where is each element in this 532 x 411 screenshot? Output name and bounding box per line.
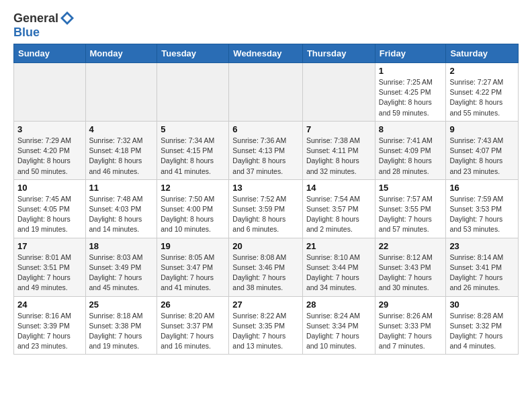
day-number: 15: [379, 183, 443, 193]
day-info: Sunrise: 7:38 AM Sunset: 4:11 PM Dayligh…: [306, 136, 371, 177]
day-info: Sunrise: 8:24 AM Sunset: 3:34 PM Dayligh…: [306, 311, 371, 352]
calendar-cell: 21Sunrise: 8:10 AM Sunset: 3:44 PM Dayli…: [302, 238, 375, 296]
day-number: 9: [449, 124, 515, 134]
calendar-cell: 10Sunrise: 7:45 AM Sunset: 4:05 PM Dayli…: [14, 179, 86, 238]
weekday-header: Sunday: [14, 44, 86, 63]
day-info: Sunrise: 7:45 AM Sunset: 4:05 PM Dayligh…: [17, 194, 82, 235]
calendar-cell: 1Sunrise: 7:25 AM Sunset: 4:25 PM Daylig…: [375, 63, 446, 122]
calendar-cell: 20Sunrise: 8:08 AM Sunset: 3:46 PM Dayli…: [229, 238, 303, 296]
day-info: Sunrise: 7:29 AM Sunset: 4:20 PM Dayligh…: [17, 136, 82, 177]
day-number: 11: [89, 183, 154, 193]
day-info: Sunrise: 7:43 AM Sunset: 4:07 PM Dayligh…: [449, 136, 515, 177]
day-info: Sunrise: 7:32 AM Sunset: 4:18 PM Dayligh…: [89, 136, 154, 177]
calendar-cell: 24Sunrise: 8:16 AM Sunset: 3:39 PM Dayli…: [14, 296, 86, 355]
page: General Blue SundayMondayTuesdayWednesda…: [0, 0, 532, 361]
day-info: Sunrise: 7:57 AM Sunset: 3:55 PM Dayligh…: [379, 194, 443, 235]
day-number: 7: [306, 124, 371, 134]
logo-area: General Blue: [13, 11, 75, 40]
day-info: Sunrise: 8:28 AM Sunset: 3:32 PM Dayligh…: [449, 311, 515, 352]
calendar-cell: [229, 63, 303, 122]
calendar-cell: 6Sunrise: 7:36 AM Sunset: 4:13 PM Daylig…: [229, 121, 303, 179]
day-number: 14: [306, 183, 371, 193]
day-number: 19: [161, 241, 225, 251]
calendar-cell: 30Sunrise: 8:28 AM Sunset: 3:32 PM Dayli…: [446, 296, 519, 355]
calendar-week-row: 24Sunrise: 8:16 AM Sunset: 3:39 PM Dayli…: [14, 296, 519, 355]
logo-flag-icon: [60, 11, 75, 26]
calendar-cell: 4Sunrise: 7:32 AM Sunset: 4:18 PM Daylig…: [85, 121, 157, 179]
day-info: Sunrise: 7:52 AM Sunset: 3:59 PM Dayligh…: [232, 194, 299, 235]
calendar-cell: 29Sunrise: 8:26 AM Sunset: 3:33 PM Dayli…: [375, 296, 446, 355]
day-number: 16: [449, 183, 515, 193]
day-number: 10: [17, 183, 82, 193]
calendar-cell: 15Sunrise: 7:57 AM Sunset: 3:55 PM Dayli…: [375, 179, 446, 238]
calendar-cell: 26Sunrise: 8:20 AM Sunset: 3:37 PM Dayli…: [157, 296, 229, 355]
day-number: 13: [232, 183, 299, 193]
weekday-header-row: SundayMondayTuesdayWednesdayThursdayFrid…: [14, 44, 519, 63]
calendar-cell: [302, 63, 375, 122]
logo-blue-text: Blue: [13, 26, 40, 39]
calendar-cell: 27Sunrise: 8:22 AM Sunset: 3:35 PM Dayli…: [229, 296, 303, 355]
calendar-cell: 9Sunrise: 7:43 AM Sunset: 4:07 PM Daylig…: [446, 121, 519, 179]
logo-general-text: General: [13, 11, 58, 26]
day-number: 1: [379, 66, 443, 76]
day-number: 26: [161, 300, 225, 310]
day-number: 18: [89, 241, 154, 251]
day-info: Sunrise: 7:50 AM Sunset: 4:00 PM Dayligh…: [161, 194, 225, 235]
day-info: Sunrise: 8:12 AM Sunset: 3:43 PM Dayligh…: [379, 253, 443, 293]
day-info: Sunrise: 7:48 AM Sunset: 4:03 PM Dayligh…: [89, 194, 154, 235]
day-number: 6: [232, 124, 299, 134]
calendar-cell: 22Sunrise: 8:12 AM Sunset: 3:43 PM Dayli…: [375, 238, 446, 296]
day-number: 23: [449, 241, 515, 251]
calendar-cell: 12Sunrise: 7:50 AM Sunset: 4:00 PM Dayli…: [157, 179, 229, 238]
day-number: 27: [232, 300, 299, 310]
day-number: 25: [89, 300, 154, 310]
day-number: 28: [306, 300, 371, 310]
day-info: Sunrise: 7:41 AM Sunset: 4:09 PM Dayligh…: [379, 136, 443, 177]
calendar-cell: 19Sunrise: 8:05 AM Sunset: 3:47 PM Dayli…: [157, 238, 229, 296]
calendar-cell: 5Sunrise: 7:34 AM Sunset: 4:15 PM Daylig…: [157, 121, 229, 179]
calendar-week-row: 17Sunrise: 8:01 AM Sunset: 3:51 PM Dayli…: [14, 238, 519, 296]
calendar-cell: 17Sunrise: 8:01 AM Sunset: 3:51 PM Dayli…: [14, 238, 86, 296]
day-number: 3: [17, 124, 82, 134]
calendar-cell: [14, 63, 86, 122]
calendar-cell: 23Sunrise: 8:14 AM Sunset: 3:41 PM Dayli…: [446, 238, 519, 296]
day-info: Sunrise: 7:25 AM Sunset: 4:25 PM Dayligh…: [379, 77, 443, 118]
day-info: Sunrise: 8:10 AM Sunset: 3:44 PM Dayligh…: [306, 253, 371, 293]
day-number: 22: [379, 241, 443, 251]
calendar-cell: 7Sunrise: 7:38 AM Sunset: 4:11 PM Daylig…: [302, 121, 375, 179]
day-info: Sunrise: 8:14 AM Sunset: 3:41 PM Dayligh…: [449, 253, 515, 293]
day-number: 2: [449, 66, 515, 76]
day-info: Sunrise: 8:16 AM Sunset: 3:39 PM Dayligh…: [17, 311, 82, 352]
day-number: 21: [306, 241, 371, 251]
logo-block: General Blue: [13, 11, 75, 40]
calendar-cell: 13Sunrise: 7:52 AM Sunset: 3:59 PM Dayli…: [229, 179, 303, 238]
weekday-header: Wednesday: [229, 44, 303, 63]
day-info: Sunrise: 8:26 AM Sunset: 3:33 PM Dayligh…: [379, 311, 443, 352]
day-info: Sunrise: 7:36 AM Sunset: 4:13 PM Dayligh…: [232, 136, 299, 177]
weekday-header: Saturday: [446, 44, 519, 63]
day-info: Sunrise: 8:22 AM Sunset: 3:35 PM Dayligh…: [232, 311, 299, 352]
calendar-cell: 16Sunrise: 7:59 AM Sunset: 3:53 PM Dayli…: [446, 179, 519, 238]
calendar-week-row: 3Sunrise: 7:29 AM Sunset: 4:20 PM Daylig…: [14, 121, 519, 179]
calendar-cell: 3Sunrise: 7:29 AM Sunset: 4:20 PM Daylig…: [14, 121, 86, 179]
day-number: 24: [17, 300, 82, 310]
calendar-cell: 2Sunrise: 7:27 AM Sunset: 4:22 PM Daylig…: [446, 63, 519, 122]
calendar-cell: 8Sunrise: 7:41 AM Sunset: 4:09 PM Daylig…: [375, 121, 446, 179]
day-info: Sunrise: 8:08 AM Sunset: 3:46 PM Dayligh…: [232, 253, 299, 293]
day-info: Sunrise: 8:20 AM Sunset: 3:37 PM Dayligh…: [161, 311, 225, 352]
calendar-table: SundayMondayTuesdayWednesdayThursdayFrid…: [13, 44, 519, 355]
day-info: Sunrise: 8:03 AM Sunset: 3:49 PM Dayligh…: [89, 253, 154, 293]
day-number: 12: [161, 183, 225, 193]
calendar-cell: 25Sunrise: 8:18 AM Sunset: 3:38 PM Dayli…: [85, 296, 157, 355]
day-number: 30: [449, 300, 515, 310]
day-number: 29: [379, 300, 443, 310]
day-number: 17: [17, 241, 82, 251]
day-info: Sunrise: 8:01 AM Sunset: 3:51 PM Dayligh…: [17, 253, 82, 293]
calendar-cell: 11Sunrise: 7:48 AM Sunset: 4:03 PM Dayli…: [85, 179, 157, 238]
day-number: 8: [379, 124, 443, 134]
weekday-header: Tuesday: [157, 44, 229, 63]
day-info: Sunrise: 7:34 AM Sunset: 4:15 PM Dayligh…: [161, 136, 225, 177]
day-info: Sunrise: 7:54 AM Sunset: 3:57 PM Dayligh…: [306, 194, 371, 235]
calendar-week-row: 10Sunrise: 7:45 AM Sunset: 4:05 PM Dayli…: [14, 179, 519, 238]
day-info: Sunrise: 8:05 AM Sunset: 3:47 PM Dayligh…: [161, 253, 225, 293]
